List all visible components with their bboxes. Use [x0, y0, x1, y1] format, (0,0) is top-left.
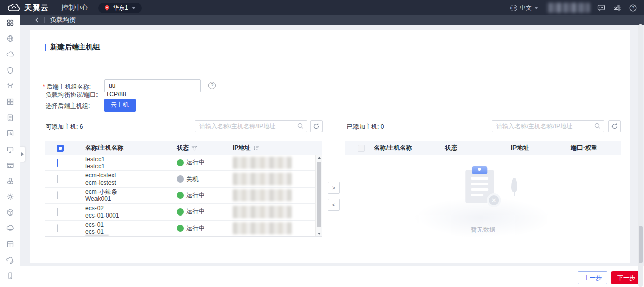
- status-badge: 运行中: [177, 207, 229, 216]
- previous-step-button[interactable]: 上一步: [578, 271, 607, 284]
- status-badge: 关机: [177, 175, 229, 184]
- status-icon: [177, 208, 184, 216]
- divider: [44, 17, 45, 23]
- select-all-checkbox[interactable]: [57, 145, 64, 152]
- required-mark: *: [43, 83, 45, 90]
- scroll-down-button[interactable]: [316, 231, 322, 237]
- layout-grid-icon[interactable]: [6, 240, 14, 248]
- search-icon: [594, 123, 601, 129]
- chevron-left-icon: [35, 17, 39, 23]
- cube-icon[interactable]: [6, 208, 14, 217]
- host-name-cell: ecm-lcstext ecm-lcstest: [81, 172, 173, 186]
- status-icon: [177, 159, 184, 166]
- bar-chart-icon[interactable]: [6, 129, 14, 137]
- empty-clipboard-illustration: ✕: [465, 170, 494, 203]
- status-icon: [177, 175, 184, 183]
- row-checkbox[interactable]: [57, 175, 58, 183]
- row-checkbox[interactable]: [57, 224, 58, 232]
- title-accent-bar: [45, 44, 46, 51]
- brand-logo[interactable]: 天翼云: [7, 3, 49, 13]
- ip-address-redacted: [233, 173, 292, 185]
- cloud-host-type-button[interactable]: 云主机: [104, 99, 136, 112]
- security-shield-icon[interactable]: [6, 66, 14, 75]
- next-step-button[interactable]: 下一步: [611, 271, 641, 284]
- scrollbar-thumb[interactable]: [317, 162, 321, 227]
- dashboard-icon[interactable]: [6, 19, 14, 27]
- language-label: 中文: [520, 4, 532, 12]
- host-row[interactable]: testcc1 testcc1 运行中: [45, 155, 322, 171]
- top-header-bar: 天翼云 控制中心 华东1 En 中文 ?: [0, 0, 644, 15]
- svg-text:?: ?: [632, 5, 634, 10]
- column-header-port-weight[interactable]: 端口-权重: [567, 144, 621, 152]
- refresh-button[interactable]: [608, 120, 621, 132]
- refresh-icon: [313, 123, 319, 129]
- console-label[interactable]: 控制中心: [61, 3, 88, 12]
- document-icon[interactable]: [6, 114, 14, 122]
- region-name: 华东1: [113, 4, 128, 12]
- search-input[interactable]: [195, 120, 307, 132]
- host-name-cell: ecm-小辣条 Weak001: [81, 188, 173, 202]
- sort-icon[interactable]: [253, 145, 259, 151]
- column-header-status[interactable]: 状态: [173, 144, 229, 152]
- filter-icon[interactable]: [191, 146, 197, 151]
- cloud-edit-icon[interactable]: [6, 256, 14, 264]
- help-icon[interactable]: ?: [208, 82, 216, 89]
- help-icon[interactable]: ?: [629, 4, 637, 12]
- added-hosts-table: 名称/主机名称 状态 IP地址 端口-权重: [345, 141, 621, 155]
- row-checkbox[interactable]: [57, 159, 58, 167]
- page-scrollbar[interactable]: [638, 24, 643, 287]
- protocol-label: 负载均衡协议/端口:: [46, 91, 98, 99]
- select-host-group-label: 选择后端主机组:: [46, 102, 90, 111]
- added-hosts-count: 已添加主机: 0: [347, 123, 384, 131]
- select-all-checkbox: [358, 145, 365, 152]
- table-header: 名称/主机名称 状态 IP地址: [45, 141, 322, 155]
- cloud-storage-icon[interactable]: [6, 224, 14, 232]
- move-left-button[interactable]: <: [328, 199, 340, 211]
- monitor-icon[interactable]: [6, 146, 14, 154]
- cloud-logo-icon: [7, 4, 21, 12]
- message-icon[interactable]: [597, 4, 605, 12]
- partial-next-row: [85, 235, 109, 236]
- column-header-name[interactable]: 名称/主机名称: [370, 144, 441, 152]
- iot-device-icon[interactable]: [6, 82, 14, 90]
- column-header-ip[interactable]: IP地址: [229, 144, 322, 152]
- language-selector[interactable]: En 中文: [510, 4, 538, 12]
- row-checkbox[interactable]: [57, 191, 58, 199]
- host-row[interactable]: ecm-小辣条 Weak001 运行中: [45, 188, 322, 204]
- column-header-name[interactable]: 名称/主机名称: [81, 144, 173, 152]
- billing-card-icon[interactable]: [6, 161, 14, 169]
- refresh-button[interactable]: [310, 120, 323, 132]
- search-input[interactable]: [492, 120, 604, 132]
- group-name-input[interactable]: [104, 79, 201, 92]
- scroll-up-button[interactable]: [316, 155, 322, 161]
- page-scrollbar-thumb[interactable]: [639, 226, 643, 263]
- user-account-redacted[interactable]: [546, 3, 590, 13]
- search-icon: [297, 123, 304, 129]
- column-header-ip[interactable]: IP地址: [507, 144, 567, 152]
- chevron-down-icon: [132, 7, 136, 9]
- left-nav-sidebar: [0, 15, 20, 287]
- mobile-device-icon[interactable]: [6, 272, 14, 280]
- row-checkbox[interactable]: [57, 208, 58, 216]
- host-row[interactable]: ecs-02 ecs-01-0001 运行中: [45, 204, 322, 220]
- back-button[interactable]: [35, 17, 39, 23]
- move-right-button[interactable]: >: [328, 182, 340, 194]
- host-row[interactable]: ecm-lcstext ecm-lcstest 关机: [45, 171, 322, 187]
- divider: [55, 5, 55, 11]
- no-data-text: 暂无数据: [345, 226, 621, 234]
- app-grid-icon[interactable]: [6, 98, 14, 106]
- host-name-cell: testcc1 testcc1: [81, 156, 173, 170]
- brand-name: 天翼云: [24, 3, 49, 13]
- cloud-server-icon[interactable]: [6, 50, 14, 58]
- ip-address-redacted: [233, 189, 292, 201]
- settings-sliders-icon[interactable]: [613, 4, 621, 12]
- ip-address-redacted: [233, 222, 292, 234]
- service-circles-icon[interactable]: [6, 177, 14, 185]
- refresh-icon: [611, 123, 618, 129]
- column-header-status[interactable]: 状态: [441, 144, 507, 152]
- network-icon[interactable]: [6, 34, 14, 43]
- section-title: 新建后端主机组: [45, 43, 100, 52]
- settings-sun-icon[interactable]: [6, 193, 14, 201]
- sidebar-expand-handle[interactable]: [20, 146, 25, 162]
- region-selector[interactable]: 华东1: [98, 3, 142, 13]
